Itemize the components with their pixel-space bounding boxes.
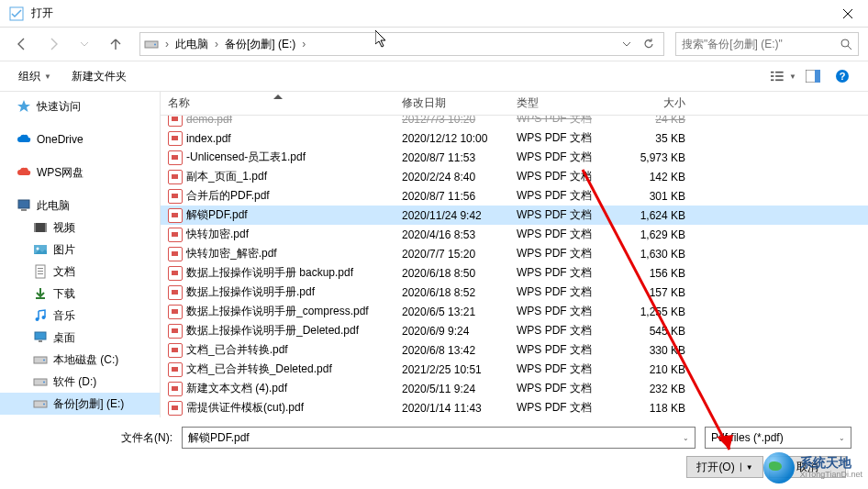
file-size: 1,629 KB [615,228,693,241]
new-folder-button[interactable]: 新建文件夹 [66,65,132,88]
file-list[interactable]: demo.pdf2012/7/3 10:20WPS PDF 文档24 KBind… [161,116,868,417]
file-type: WPS PDF 文档 [509,304,615,319]
sidebar-item-edrive[interactable]: 备份[勿删] (E:) [0,393,160,415]
filename-input[interactable]: 解锁PDF.pdf⌄ [182,427,696,449]
pdf-file-icon [168,116,183,127]
svg-point-26 [36,317,39,321]
sidebar-item-pictures[interactable]: 图片 [0,239,160,261]
file-row[interactable]: 数据上报操作说明手册_Deleted.pdf2020/6/9 9:24WPS P… [161,321,868,340]
file-size: 35 KB [615,132,693,145]
column-size[interactable]: 大小 [615,95,693,111]
file-row[interactable]: index.pdf2020/12/12 10:00WPS PDF 文档35 KB [161,128,868,148]
file-name: 副本_页面_1.pdf [186,169,267,184]
file-row[interactable]: 数据上报操作说明手册 backup.pdf2020/6/18 8:50WPS P… [161,263,868,283]
file-size: 545 KB [615,325,693,338]
file-row[interactable]: 需提供证件模板(cut).pdf2020/1/14 11:43WPS PDF 文… [161,398,868,417]
file-row[interactable]: 合并后的PDF.pdf2020/8/7 11:56WPS PDF 文档301 K… [161,186,868,206]
pdf-file-icon [168,324,183,339]
sidebar-item-onedrive[interactable]: OneDrive [0,128,160,150]
file-type: WPS PDF 文档 [509,169,615,184]
open-button[interactable]: 打开(O)▏▼ [686,456,763,478]
back-button[interactable] [9,31,35,57]
file-size: 1,255 KB [615,306,693,318]
file-name: 新建文本文档 (4).pdf [186,381,287,396]
sidebar-item-desktop[interactable]: 桌面 [0,327,160,349]
file-size: 301 KB [615,190,693,203]
address-bar[interactable]: › 此电脑 › 备份[勿删] (E:) › [139,32,664,56]
nav-bar: › 此电脑 › 备份[勿删] (E:) › [0,28,868,61]
column-type[interactable]: 类型 [509,95,615,111]
file-row[interactable]: demo.pdf2012/7/3 10:20WPS PDF 文档24 KB [161,116,868,128]
chevron-right-icon[interactable]: › [212,38,221,50]
chevron-right-icon[interactable]: › [162,38,172,50]
close-button[interactable] [827,0,868,28]
refresh-button[interactable] [638,33,660,55]
file-size: 5,973 KB [615,151,693,164]
file-row[interactable]: 文档_已合并转换_Deleted.pdf2021/2/25 10:51WPS P… [161,360,868,379]
pdf-file-icon [168,285,183,300]
file-row[interactable]: 快转加密.pdf2020/4/16 8:53WPS PDF 文档1,629 KB [161,225,868,244]
file-row[interactable]: 文档_已合并转换.pdf2020/6/8 13:42WPS PDF 文档330 … [161,340,868,360]
file-size: 24 KB [615,116,693,126]
documents-icon [33,264,48,279]
sidebar-item-video[interactable]: 视频 [0,217,160,239]
view-options-button[interactable]: ▼ [771,65,796,87]
cancel-button[interactable]: 取消 [769,456,846,478]
svg-rect-28 [35,332,46,339]
file-row[interactable]: 新建文本文档 (4).pdf2020/5/11 9:24WPS PDF 文档23… [161,379,868,398]
sidebar-item-cdrive[interactable]: 本地磁盘 (C:) [0,349,160,371]
breadcrumb-thispc[interactable]: 此电脑 [172,37,212,52]
organize-button[interactable]: 组织 ▼ [13,65,57,88]
file-name: -Unlicensed-员工表1.pdf [186,150,306,165]
svg-point-35 [43,404,45,406]
forward-button[interactable] [40,31,66,57]
pdf-file-icon [168,247,183,261]
file-date: 2020/8/7 11:56 [395,190,509,203]
file-row[interactable]: 数据上报操作说明手册.pdf2020/6/18 8:52WPS PDF 文档15… [161,283,868,302]
svg-rect-5 [775,72,784,73]
svg-rect-7 [775,75,784,77]
search-icon[interactable] [840,38,852,50]
preview-pane-button[interactable] [800,65,826,87]
search-box[interactable] [675,32,859,56]
file-row[interactable]: 快转加密_解密.pdf2020/7/7 15:20WPS PDF 文档1,630… [161,244,868,263]
file-type: WPS PDF 文档 [509,246,615,261]
file-date: 2021/2/25 10:51 [395,363,509,376]
sidebar-item-documents[interactable]: 文档 [0,261,160,283]
chevron-right-icon[interactable]: › [299,38,308,50]
file-name: 快转加密_解密.pdf [186,246,277,261]
file-type: WPS PDF 文档 [509,381,615,396]
up-button[interactable] [103,31,128,57]
sidebar-item-music[interactable]: 音乐 [0,305,160,327]
file-row[interactable]: -Unlicensed-员工表1.pdf2020/8/7 11:53WPS PD… [161,148,868,167]
help-button[interactable]: ? [829,65,855,87]
sidebar-item-thispc[interactable]: 此电脑 [0,194,160,217]
file-date: 2020/5/11 9:24 [395,383,509,395]
file-row[interactable]: 解锁PDF.pdf2020/11/24 9:42WPS PDF 文档1,624 … [161,206,868,225]
breadcrumb-drive[interactable]: 备份[勿删] (E:) [221,37,299,52]
sidebar-item-wps[interactable]: WPS网盘 [0,161,160,183]
search-input[interactable] [682,38,840,50]
address-dropdown[interactable] [616,33,638,55]
pdf-file-icon [168,305,183,319]
filetype-select[interactable]: Pdf files (*.pdf)⌄ [705,427,851,449]
file-type: WPS PDF 文档 [509,227,615,242]
file-pane: 名称 修改日期 类型 大小 demo.pdf2012/7/3 10:20WPS … [161,92,868,417]
file-size: 1,630 KB [615,248,693,261]
svg-rect-11 [815,70,820,83]
star-icon [17,99,31,114]
column-date[interactable]: 修改日期 [395,95,509,111]
sidebar-item-downloads[interactable]: 下载 [0,283,160,305]
file-row[interactable]: 副本_页面_1.pdf2020/2/24 8:40WPS PDF 文档142 K… [161,167,868,186]
file-type: WPS PDF 文档 [509,400,615,416]
sidebar-item-quick-access[interactable]: 快速访问 [0,95,160,117]
column-name[interactable]: 名称 [161,95,395,111]
file-name: 快转加密.pdf [186,227,249,242]
file-size: 210 KB [615,363,693,376]
file-type: WPS PDF 文档 [509,342,615,358]
window-title: 打开 [31,6,53,21]
file-row[interactable]: 数据上报操作说明手册_compress.pdf2020/6/5 13:21WPS… [161,302,868,321]
sidebar-item-ddrive[interactable]: 软件 (D:) [0,371,160,393]
recent-dropdown[interactable] [72,31,97,57]
pdf-file-icon [168,189,183,204]
